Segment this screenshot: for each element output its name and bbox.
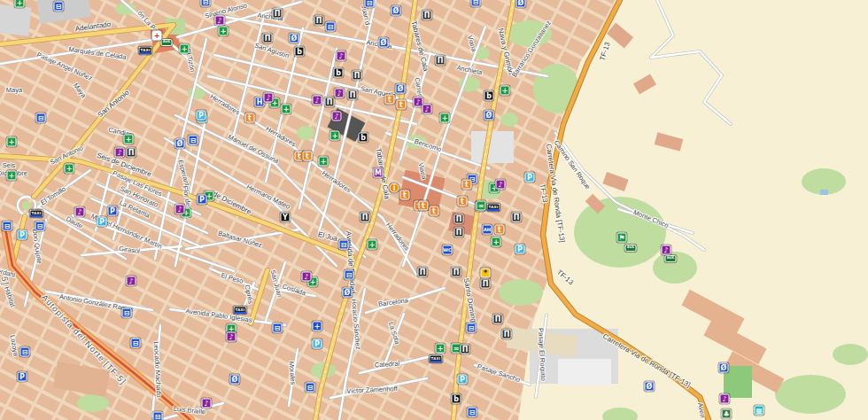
parking-light-icon[interactable]: P — [458, 375, 468, 385]
map-canvas[interactable]: AdelantadoMarqués de Celadaón La ParraSi… — [0, 0, 868, 420]
bus-stop-icon[interactable]: ⊟ — [339, 240, 349, 250]
toilets-icon[interactable]: WC — [443, 245, 453, 255]
taxi-icon[interactable]: TAXI — [30, 210, 43, 218]
parking-icon[interactable]: P — [198, 195, 207, 205]
bus-stop-icon[interactable]: ⊟ — [201, 0, 211, 7]
first-aid-icon[interactable]: + — [152, 31, 162, 41]
pharmacy-cross-icon[interactable]: + — [492, 237, 501, 247]
museum-icon[interactable]: Π — [481, 279, 491, 289]
monument-fountain-icon[interactable]: Ø — [484, 111, 494, 121]
pharmacy-cross-icon[interactable]: + — [15, 0, 25, 8]
parking-icon[interactable]: P — [18, 372, 27, 382]
parking-light-icon[interactable]: P — [313, 339, 322, 349]
music-venue-icon[interactable]: ♪ — [264, 93, 274, 103]
museum-icon[interactable]: Π — [273, 9, 283, 19]
bus-stop-icon[interactable]: ⊟ — [36, 113, 46, 123]
bar-icon[interactable]: b — [452, 394, 461, 404]
monument-fountain-icon[interactable]: Ø — [645, 382, 655, 392]
attraction-yellow-icon[interactable]: * — [481, 268, 491, 278]
bus-stop-icon[interactable]: ⊟ — [153, 412, 163, 420]
pharmacy-cross-icon[interactable]: + — [124, 135, 134, 144]
bus-stop-icon[interactable]: ⊟ — [54, 2, 64, 12]
parking-icon[interactable]: P — [108, 206, 118, 216]
parking-light-icon[interactable]: P — [97, 217, 107, 227]
monument-fountain-icon[interactable]: Ø — [230, 375, 240, 385]
monument-fountain-icon[interactable]: Ø — [391, 6, 401, 16]
pharmacy-cross-icon[interactable]: + — [330, 131, 340, 141]
music-venue-icon[interactable]: ♪ — [496, 180, 506, 190]
monument-fountain-icon[interactable]: Ø — [290, 34, 299, 43]
museum-icon[interactable]: Π — [360, 213, 370, 222]
museum-icon[interactable]: Π — [353, 71, 362, 81]
bar-icon[interactable]: b — [359, 133, 368, 143]
clinic-cross-icon[interactable]: + — [313, 322, 322, 331]
telephone-poi-icon[interactable]: t — [245, 113, 255, 123]
music-venue-icon[interactable]: ♪ — [422, 105, 432, 114]
bus-station-green-icon[interactable]: BUS — [665, 255, 677, 262]
bar-icon[interactable]: b — [334, 68, 344, 78]
telephone-poi-icon[interactable]: t — [397, 100, 407, 110]
music-venue-icon[interactable]: ♪ — [202, 399, 212, 408]
museum-icon[interactable]: Π — [436, 56, 446, 66]
attraction-green-icon[interactable]: ⚑ — [617, 233, 627, 243]
monument-fountain-icon[interactable]: Ø — [396, 84, 406, 94]
museum-icon[interactable]: Π — [422, 11, 432, 20]
museum-icon[interactable]: Π — [454, 214, 464, 224]
telephone-poi-icon[interactable]: t — [385, 95, 395, 105]
information-icon[interactable]: i — [390, 183, 399, 193]
music-venue-icon[interactable]: ♪ — [337, 51, 346, 61]
tree-icon[interactable]: ♣ — [722, 409, 732, 419]
bus-stop-icon[interactable]: ⊟ — [326, 22, 336, 32]
parking-light-icon[interactable]: P — [515, 245, 525, 254]
bus-stop-icon[interactable]: ⊟ — [365, 0, 375, 8]
taxi-icon[interactable]: TAXI — [139, 47, 152, 55]
music-venue-icon[interactable]: ♪ — [175, 205, 185, 214]
pharmacy-cross-icon[interactable]: + — [368, 240, 377, 250]
bus-stop-icon[interactable]: ⊟ — [471, 0, 481, 7]
telephone-poi-icon[interactable]: t — [495, 225, 505, 235]
telephone-poi-icon[interactable]: t — [400, 191, 410, 200]
museum-icon[interactable]: Π — [263, 34, 273, 43]
museum-icon[interactable]: Π — [452, 268, 461, 277]
music-venue-icon[interactable]: ♪ — [332, 112, 342, 121]
hotel-ah-icon[interactable]: AH — [483, 225, 492, 235]
telephone-poi-icon[interactable]: t — [303, 152, 313, 161]
museum-icon[interactable]: Π — [512, 213, 522, 222]
bus-stop-icon[interactable]: ⊟ — [467, 323, 477, 333]
music-venue-icon[interactable]: ♪ — [720, 394, 730, 404]
music-venue-icon[interactable]: ♪ — [115, 148, 125, 158]
bus-station-green-icon[interactable]: BUS — [625, 245, 637, 252]
music-venue-icon[interactable]: ♪ — [313, 96, 322, 105]
music-venue-icon[interactable]: ♪ — [302, 272, 312, 282]
pharmacy-cross-icon[interactable]: + — [500, 86, 510, 96]
pharmacy-cross-icon[interactable]: + — [219, 27, 229, 36]
pharmacy-cross-icon[interactable]: + — [436, 344, 446, 354]
telephone-poi-icon[interactable]: t — [458, 197, 468, 206]
pharmacy-cross-icon[interactable]: + — [282, 105, 291, 114]
bar-icon[interactable]: b — [295, 47, 305, 57]
pharmacy-cross-icon[interactable]: + — [7, 137, 17, 147]
bus-stop-icon[interactable]: ⊟ — [131, 338, 141, 348]
pharmacy-cross-icon[interactable]: + — [65, 164, 74, 174]
museum-icon[interactable]: Π — [348, 90, 358, 100]
wine-bar-icon[interactable]: Y — [281, 213, 291, 222]
parking-light-icon[interactable]: P — [525, 173, 535, 183]
bus-stop-icon[interactable]: ⊟ — [468, 408, 477, 417]
bus-stop-icon[interactable]: ⊟ — [122, 308, 132, 318]
pharmacy-cross-icon[interactable]: + — [319, 157, 329, 167]
pharmacy-cross-icon[interactable]: + — [7, 171, 17, 181]
monument-fountain-icon[interactable]: Ø — [175, 139, 185, 149]
pharmacy-cross-icon[interactable]: + — [180, 44, 190, 54]
bus-stop-icon[interactable]: ⊟ — [273, 323, 283, 333]
monument-fountain-icon[interactable]: Ø — [719, 363, 729, 373]
museum-icon[interactable]: Π — [418, 268, 428, 277]
museum-icon[interactable]: Π — [454, 228, 464, 237]
parking-light-icon[interactable]: P — [197, 111, 206, 121]
telephone-poi-icon[interactable]: t — [419, 201, 429, 211]
bus-stop-icon[interactable]: ⊟ — [3, 222, 12, 231]
bus-stop-icon[interactable]: ⊟ — [35, 222, 45, 231]
music-venue-icon[interactable]: ♪ — [335, 89, 345, 98]
music-venue-icon[interactable]: ♪ — [127, 276, 136, 286]
music-venue-icon[interactable]: ♪ — [215, 16, 225, 26]
museum-icon[interactable]: Π — [325, 97, 335, 107]
